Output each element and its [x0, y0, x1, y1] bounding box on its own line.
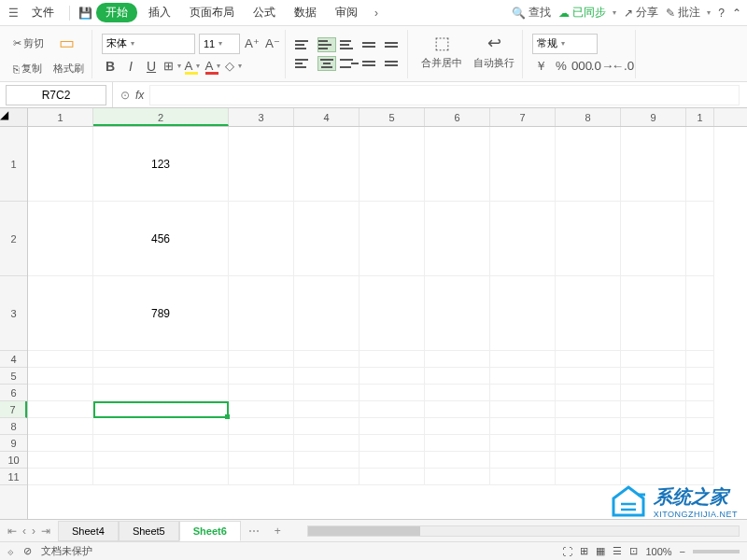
cell[interactable]	[294, 452, 359, 469]
cell[interactable]	[621, 351, 686, 368]
add-sheet-button[interactable]: +	[267, 525, 289, 538]
tab-insert[interactable]: 插入	[141, 1, 178, 24]
column-header[interactable]: 4	[294, 108, 359, 126]
column-header[interactable]: 1	[28, 108, 93, 126]
zoom-out-button[interactable]: −	[680, 546, 685, 557]
cell[interactable]	[294, 202, 359, 276]
cell[interactable]	[686, 351, 714, 368]
increase-indent-button[interactable]	[385, 37, 403, 52]
cell[interactable]	[359, 418, 425, 435]
cell[interactable]	[229, 276, 294, 351]
zoom-slider[interactable]	[693, 550, 740, 553]
cell[interactable]	[556, 368, 621, 385]
increase-decimal-button[interactable]: .0→	[594, 58, 611, 75]
cell[interactable]	[359, 202, 425, 276]
column-header[interactable]: 1	[686, 108, 714, 126]
cell[interactable]	[686, 202, 714, 276]
cell[interactable]: 123	[93, 127, 229, 202]
view-icon-1[interactable]: ⛶	[562, 546, 572, 557]
cell[interactable]	[556, 202, 621, 276]
cell[interactable]	[359, 469, 425, 485]
cell[interactable]	[28, 351, 93, 368]
cell[interactable]	[490, 469, 556, 485]
help-button[interactable]: ?	[718, 7, 725, 20]
cell[interactable]	[93, 368, 229, 385]
row-header[interactable]: 8	[0, 418, 27, 435]
cell[interactable]	[93, 435, 229, 452]
expand-icon[interactable]: ⊙	[120, 89, 130, 102]
cell[interactable]	[28, 368, 93, 385]
prev-sheet-button[interactable]: ‹	[22, 525, 26, 538]
cell[interactable]	[556, 385, 621, 401]
cell[interactable]	[28, 202, 93, 276]
cell[interactable]	[93, 401, 229, 418]
border-button[interactable]: ⊞▾	[163, 58, 180, 75]
cell[interactable]	[556, 435, 621, 452]
cell[interactable]	[294, 351, 359, 368]
cells-area[interactable]: 123456789	[28, 127, 747, 523]
cell[interactable]	[490, 385, 556, 401]
cell[interactable]	[294, 435, 359, 452]
cell[interactable]	[28, 385, 93, 401]
distribute-button[interactable]	[385, 56, 403, 71]
tab-page-layout[interactable]: 页面布局	[182, 1, 242, 24]
cell[interactable]	[229, 351, 294, 368]
status-icon[interactable]: ⟐	[7, 546, 14, 557]
cell[interactable]: 789	[93, 276, 229, 351]
cell[interactable]	[359, 401, 425, 418]
percent-button[interactable]: %	[553, 58, 570, 75]
cell[interactable]	[621, 368, 686, 385]
cell[interactable]	[229, 385, 294, 401]
cell[interactable]	[359, 276, 425, 351]
row-header[interactable]: 2	[0, 202, 27, 276]
sheet-ellipsis[interactable]: ⋯	[241, 525, 267, 538]
justify-button[interactable]	[362, 56, 381, 71]
tab-formula[interactable]: 公式	[246, 1, 283, 24]
currency-button[interactable]: ￥	[532, 58, 549, 75]
cell[interactable]	[425, 452, 490, 469]
view-page-icon[interactable]: ▦	[596, 545, 605, 557]
horizontal-scrollbar[interactable]	[307, 525, 740, 537]
cell[interactable]	[93, 469, 229, 485]
underline-button[interactable]: U	[143, 58, 160, 75]
cell[interactable]	[28, 418, 93, 435]
cell[interactable]	[93, 385, 229, 401]
cell[interactable]	[229, 127, 294, 202]
cell[interactable]	[229, 368, 294, 385]
cell[interactable]	[490, 351, 556, 368]
cell[interactable]	[294, 469, 359, 485]
column-header[interactable]: 3	[229, 108, 294, 126]
cell[interactable]	[621, 469, 686, 485]
cell[interactable]	[93, 452, 229, 469]
menu-icon[interactable]: ☰	[6, 6, 21, 21]
cell[interactable]	[686, 452, 714, 469]
cell[interactable]	[359, 351, 425, 368]
cell[interactable]	[490, 452, 556, 469]
cell[interactable]	[28, 452, 93, 469]
align-top-button[interactable]	[295, 37, 314, 52]
scrollbar-thumb[interactable]	[308, 526, 420, 536]
cell[interactable]	[425, 368, 490, 385]
tab-review[interactable]: 审阅	[328, 1, 365, 24]
cell[interactable]	[621, 202, 686, 276]
bold-button[interactable]: B	[102, 58, 119, 75]
cell[interactable]	[490, 127, 556, 202]
cell[interactable]	[229, 401, 294, 418]
font-name-select[interactable]: 宋体▾	[102, 34, 195, 54]
increase-font-button[interactable]: A⁺	[244, 35, 261, 52]
cell[interactable]	[294, 368, 359, 385]
cell[interactable]	[294, 401, 359, 418]
cell[interactable]	[621, 127, 686, 202]
column-header[interactable]: 5	[359, 108, 425, 126]
last-sheet-button[interactable]: ⇥	[41, 525, 50, 538]
cell[interactable]	[556, 418, 621, 435]
cell[interactable]	[556, 469, 621, 485]
row-header[interactable]: 6	[0, 385, 27, 401]
cell[interactable]	[490, 418, 556, 435]
cell[interactable]	[490, 435, 556, 452]
zoom-level[interactable]: 100%	[645, 546, 671, 557]
cell[interactable]	[359, 127, 425, 202]
sheet-tab[interactable]: Sheet6	[179, 521, 241, 541]
cell[interactable]	[686, 127, 714, 202]
align-center-button[interactable]	[317, 56, 336, 71]
